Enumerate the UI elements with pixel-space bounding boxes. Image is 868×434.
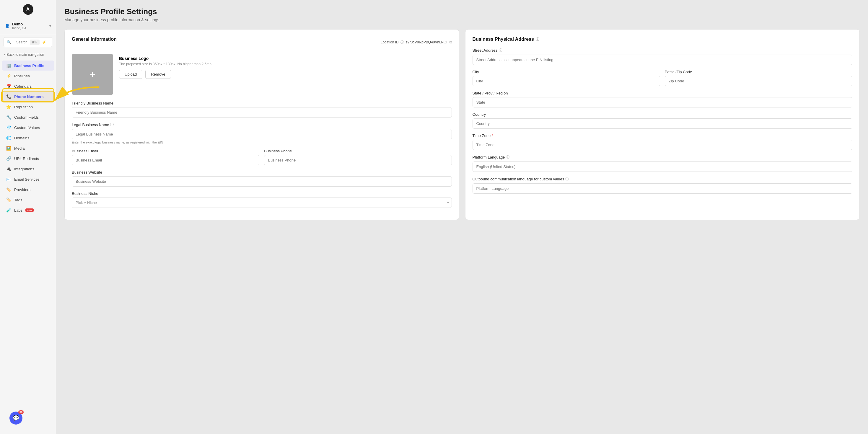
business-niche-field: Business Niche Pick A Niche — [72, 191, 452, 208]
phone-numbers-icon: 📞 — [6, 94, 11, 99]
search-bar[interactable]: 🔍 Search ⌘K ⚡ — [4, 37, 52, 47]
page-title: Business Profile Settings — [64, 7, 860, 16]
search-icon: 🔍 — [7, 40, 14, 44]
city-field: City — [472, 70, 660, 86]
info-icon: ⓘ — [499, 48, 502, 53]
sidebar-item-integrations[interactable]: 🔌 Integrations — [2, 164, 54, 174]
sidebar-item-label: Labs — [14, 208, 23, 213]
account-icon: 👤 — [5, 24, 10, 28]
city-zip-row: City Postal/Zip Code — [472, 70, 852, 86]
timezone-label: Time Zone * — [472, 133, 852, 138]
city-label: City — [472, 70, 660, 74]
logo-desc: The proposed size is 350px * 180px. No b… — [119, 62, 212, 66]
business-website-input[interactable] — [72, 176, 452, 187]
nav-items: 🏢 Business Profile ⚡ Pipelines 📅 Calenda… — [0, 59, 56, 411]
required-marker: * — [492, 133, 493, 138]
sidebar-item-labs[interactable]: 🧪 Labs new — [2, 205, 54, 215]
sidebar-item-tags[interactable]: 🏷️ Tags — [2, 195, 54, 205]
search-label: Search — [16, 40, 28, 44]
country-input[interactable] — [472, 118, 852, 129]
location-id-value: s9r0gV0NpPBQ40VnLPQI — [406, 40, 447, 44]
street-address-input[interactable] — [472, 55, 852, 65]
info-icon: ⓘ — [110, 122, 114, 127]
business-email-field: Business Email — [72, 149, 259, 165]
legal-name-input[interactable] — [72, 129, 452, 140]
business-phone-input[interactable] — [264, 155, 452, 165]
business-email-label: Business Email — [72, 149, 259, 153]
timezone-field: Time Zone * — [472, 133, 852, 150]
sidebar-item-reputation[interactable]: ⭐ Reputation — [2, 102, 54, 112]
lightning-icon: ⚡ — [42, 40, 49, 44]
sidebar-item-pipelines[interactable]: ⚡ Pipelines — [2, 71, 54, 81]
main-content: Business Profile Settings Manage your bu… — [56, 0, 868, 434]
sidebar-item-label: Providers — [14, 187, 30, 192]
legal-name-helper: Enter the exact legal business name, as … — [72, 141, 452, 144]
back-nav[interactable]: ‹ Back to main navigation — [0, 50, 56, 59]
business-niche-select[interactable]: Pick A Niche — [72, 197, 452, 208]
state-input[interactable] — [472, 97, 852, 107]
plus-icon: ＋ — [88, 68, 97, 81]
media-icon: 🖼️ — [6, 146, 11, 151]
sidebar-item-label: Integrations — [14, 167, 34, 171]
url-redirects-icon: 🔗 — [6, 156, 11, 161]
sidebar-item-label: Custom Fields — [14, 115, 39, 120]
sidebar: A 👤 Demo Irvine, CA ▾ 🔍 Search ⌘K ⚡ ‹ Ba… — [0, 0, 56, 434]
zip-field: Postal/Zip Code — [665, 70, 852, 86]
info-icon: ⓘ — [506, 155, 509, 160]
outbound-lang-label: Outbound communication language for cust… — [472, 177, 852, 182]
general-info-card: General Information Location ID ⓘ s9r0gV… — [64, 29, 459, 220]
business-website-field: Business Website — [72, 170, 452, 187]
friendly-name-input[interactable] — [72, 107, 452, 118]
general-info-title: General Information — [72, 37, 117, 42]
sidebar-item-business-profile[interactable]: 🏢 Business Profile — [2, 61, 54, 70]
remove-button[interactable]: Remove — [145, 70, 171, 79]
email-services-icon: ✉️ — [6, 177, 11, 182]
business-email-input[interactable] — [72, 155, 259, 165]
sidebar-item-custom-fields[interactable]: 🔧 Custom Fields — [2, 112, 54, 122]
sidebar-item-providers[interactable]: 🏷️ Providers — [2, 185, 54, 194]
calendars-icon: 📅 — [6, 84, 11, 89]
reputation-icon: ⭐ — [6, 104, 11, 109]
business-niche-select-wrapper: Pick A Niche — [72, 197, 452, 208]
search-shortcut: ⌘K — [30, 39, 40, 45]
logo-placeholder[interactable]: ＋ — [72, 54, 113, 95]
copy-icon[interactable]: ⧉ — [449, 40, 452, 44]
custom-values-icon: 💎 — [6, 125, 11, 130]
friendly-name-label: Friendly Business Name — [72, 101, 452, 105]
legal-name-label: Legal Business Name ⓘ — [72, 122, 452, 127]
zip-input[interactable] — [665, 76, 852, 86]
business-profile-icon: 🏢 — [6, 63, 11, 68]
logo-upload-area: ＋ Business Logo The proposed size is 350… — [72, 54, 452, 95]
sidebar-item-label: Reputation — [14, 105, 33, 109]
timezone-input[interactable] — [472, 140, 852, 150]
sidebar-item-url-redirects[interactable]: 🔗 URL Redirects — [2, 154, 54, 163]
city-input[interactable] — [472, 76, 660, 86]
sidebar-item-label: Phone Numbers — [14, 94, 44, 99]
logo-buttons: Upload Remove — [119, 70, 212, 79]
country-field: Country — [472, 112, 852, 129]
street-address-label: Street Address ⓘ — [472, 48, 852, 53]
physical-address-title: Business Physical Address ⓘ — [472, 37, 852, 42]
account-selector[interactable]: 👤 Demo Irvine, CA ▾ — [0, 18, 56, 34]
outbound-lang-input[interactable] — [472, 183, 852, 194]
sidebar-item-media[interactable]: 🖼️ Media — [2, 143, 54, 153]
sidebar-item-custom-values[interactable]: 💎 Custom Values — [2, 123, 54, 132]
friendly-name-field: Friendly Business Name — [72, 101, 452, 118]
chat-bubble[interactable]: 💬 56 — [9, 411, 23, 425]
sidebar-item-label: Business Profile — [14, 63, 44, 68]
zip-label: Postal/Zip Code — [665, 70, 852, 74]
platform-lang-input[interactable] — [472, 161, 852, 172]
sidebar-item-calendars[interactable]: 📅 Calendars — [2, 81, 54, 91]
sidebar-item-domains[interactable]: 🌐 Domains — [2, 133, 54, 143]
chevron-left-icon: ‹ — [4, 53, 5, 57]
location-id-label: Location ID — [381, 40, 399, 44]
upload-button[interactable]: Upload — [119, 70, 142, 79]
sidebar-item-email-services[interactable]: ✉️ Email Services — [2, 174, 54, 184]
custom-fields-icon: 🔧 — [6, 115, 11, 120]
sidebar-item-label: Email Services — [14, 177, 39, 182]
business-niche-label: Business Niche — [72, 191, 452, 196]
sidebar-item-label: URL Redirects — [14, 156, 39, 161]
info-icon: ⓘ — [565, 177, 569, 182]
account-name: Demo — [12, 22, 47, 26]
sidebar-item-phone-numbers[interactable]: 📞 Phone Numbers — [2, 92, 54, 101]
